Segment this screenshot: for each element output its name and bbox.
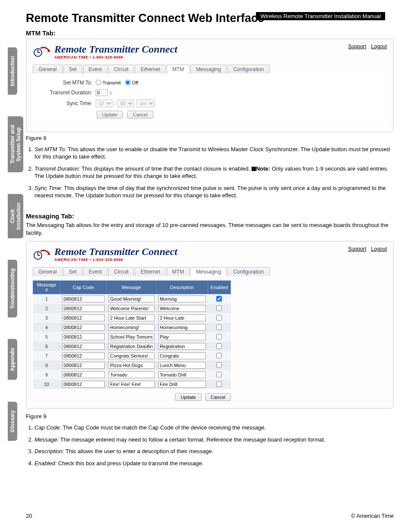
capcode-input[interactable]	[62, 352, 105, 359]
capcode-input[interactable]	[62, 324, 105, 331]
capcode-input[interactable]	[62, 305, 105, 312]
message-input[interactable]	[108, 314, 154, 321]
capcode-input[interactable]	[62, 296, 105, 302]
msg-num: 8	[33, 361, 60, 370]
description-input[interactable]	[158, 381, 206, 388]
tab-mtm[interactable]: MTM	[167, 65, 190, 74]
message-input[interactable]	[108, 362, 154, 369]
figure-9-label: Figure 9	[26, 413, 394, 420]
enabled-checkbox[interactable]	[216, 381, 222, 387]
set-mtm-label: Set MTM To:	[45, 80, 92, 86]
description-input[interactable]	[158, 362, 206, 369]
tab-messaging[interactable]: Messaging	[190, 65, 227, 74]
side-tab[interactable]: Transmitter andSystem Setup	[8, 116, 23, 172]
duration-input[interactable]	[96, 89, 108, 96]
tab-set[interactable]: Set	[63, 65, 82, 74]
enabled-checkbox[interactable]	[216, 315, 222, 320]
enabled-checkbox[interactable]	[216, 362, 222, 368]
messaging-intro: The Messaging Tab allows for the entry a…	[26, 221, 394, 236]
message-input[interactable]	[108, 333, 154, 340]
logout-link[interactable]: Logout	[371, 44, 387, 50]
capcode-input[interactable]	[62, 371, 105, 378]
capcode-input[interactable]	[62, 333, 105, 340]
msg-num: 2	[33, 304, 60, 313]
note-item: Transmit Duration: This displays the amo…	[34, 165, 394, 180]
table-row: 8	[33, 361, 231, 370]
sync-hour[interactable]: 12	[96, 100, 112, 107]
sync-min[interactable]: 00	[117, 100, 134, 107]
copyright: © American Time	[351, 513, 394, 519]
message-input[interactable]	[108, 381, 154, 388]
tab-circuit[interactable]: Circuit	[108, 267, 134, 276]
description-input[interactable]	[158, 333, 206, 340]
side-tab[interactable]: Appendix	[8, 339, 17, 380]
logo-icon	[33, 248, 50, 261]
description-input[interactable]	[158, 352, 206, 359]
logout-link[interactable]: Logout	[371, 246, 387, 252]
tab-ethernet[interactable]: Ethernet	[135, 267, 165, 276]
tab-general[interactable]: General	[33, 267, 62, 276]
description-input[interactable]	[158, 305, 206, 312]
col-header: Description	[156, 281, 208, 294]
msg-update-button[interactable]: Update	[175, 393, 201, 401]
tab-mtm[interactable]: MTM	[167, 267, 190, 276]
radio-off[interactable]	[125, 80, 131, 85]
cancel-button[interactable]: Cancel	[127, 111, 153, 118]
support-link[interactable]: Support	[348, 246, 366, 252]
tab-general[interactable]: General	[33, 65, 62, 74]
tab-set[interactable]: Set	[63, 267, 82, 276]
capcode-input[interactable]	[62, 362, 105, 369]
side-tab[interactable]: Troubleshooting	[8, 260, 17, 317]
message-input[interactable]	[108, 371, 154, 378]
update-button[interactable]: Update	[97, 111, 123, 118]
enabled-checkbox[interactable]	[216, 296, 222, 302]
tab-configuration[interactable]: Configuration	[227, 65, 269, 74]
tab-ethernet[interactable]: Ethernet	[135, 65, 165, 74]
radio-transmit-label: Transmit	[103, 80, 121, 85]
description-input[interactable]	[158, 296, 206, 302]
mtm-heading: MTM Tab:	[26, 29, 394, 37]
message-input[interactable]	[108, 296, 154, 302]
capcode-input[interactable]	[62, 314, 105, 321]
support-link[interactable]: Support	[348, 44, 366, 50]
message-input[interactable]	[108, 305, 154, 312]
description-input[interactable]	[158, 314, 206, 321]
brand-title: Remote Transmitter Connect	[54, 246, 177, 258]
side-tab[interactable]: Glossary	[8, 401, 17, 441]
capcode-input[interactable]	[62, 343, 105, 350]
sync-ampm[interactable]: am	[137, 100, 155, 107]
enabled-checkbox[interactable]	[216, 343, 222, 349]
tab-configuration[interactable]: Configuration	[227, 267, 269, 276]
tab-event[interactable]: Event	[83, 65, 108, 74]
description-input[interactable]	[158, 343, 206, 350]
msg-num: 10	[33, 380, 60, 389]
enabled-checkbox[interactable]	[216, 305, 222, 311]
description-input[interactable]	[158, 371, 206, 378]
note-item: Description: This allows the user to ent…	[34, 448, 394, 455]
msg-num: 7	[33, 351, 60, 361]
side-tab[interactable]: Introduction	[8, 47, 17, 95]
brand-sub: AMERICAN TIME • 1-800-328-8996	[54, 258, 177, 262]
enabled-checkbox[interactable]	[216, 324, 222, 330]
capcode-input[interactable]	[62, 381, 105, 388]
message-input[interactable]	[108, 324, 154, 331]
description-input[interactable]	[158, 324, 206, 331]
messaging-panel: Remote Transmitter Connect AMERICAN TIME…	[26, 241, 394, 409]
message-input[interactable]	[108, 343, 154, 350]
messages-table: Message #Cap CodeMessageDescriptionEnabl…	[33, 280, 231, 389]
msg-cancel-button[interactable]: Cancel	[205, 393, 231, 401]
enabled-checkbox[interactable]	[216, 372, 222, 377]
table-row: 10	[33, 380, 231, 389]
sync-label: Sync Time:	[45, 100, 92, 106]
side-tab[interactable]: ClockInstallation	[8, 194, 23, 238]
brand-title: Remote Transmitter Connect	[54, 44, 177, 55]
tab-circuit[interactable]: Circuit	[108, 65, 134, 74]
table-row: 1	[33, 294, 231, 304]
duration-unit: s	[109, 90, 112, 95]
tab-messaging[interactable]: Messaging	[190, 267, 227, 276]
message-input[interactable]	[108, 352, 154, 359]
radio-transmit[interactable]	[96, 80, 101, 85]
tab-event[interactable]: Event	[83, 267, 108, 276]
enabled-checkbox[interactable]	[216, 334, 222, 339]
enabled-checkbox[interactable]	[216, 353, 222, 358]
